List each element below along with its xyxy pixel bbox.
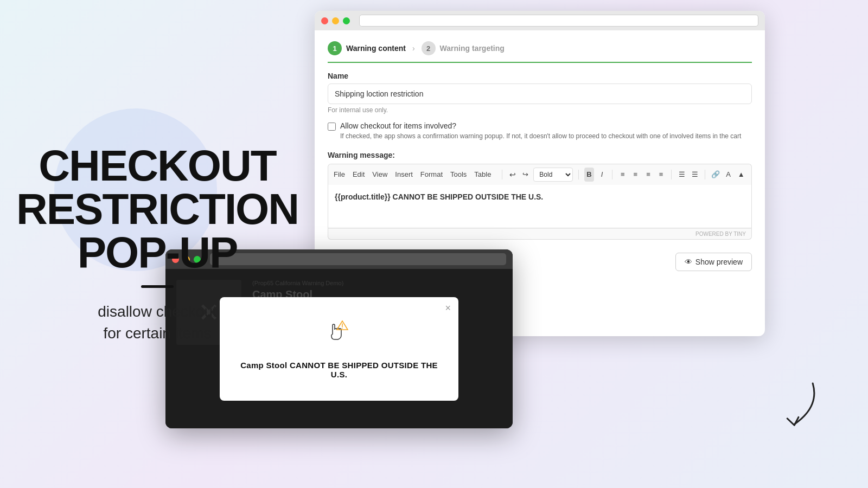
name-input[interactable]	[328, 84, 752, 104]
list-number-button[interactable]: ☰	[690, 168, 700, 182]
show-preview-button[interactable]: 👁 Show preview	[675, 253, 752, 271]
steps-row: 1 Warning content › 2 Warning targeting	[328, 41, 752, 63]
link-button[interactable]: 🔗	[711, 168, 720, 182]
list-bullet-button[interactable]: ☰	[677, 168, 687, 182]
step-2-badge[interactable]: 2	[422, 41, 436, 55]
step-1-label: Warning content	[346, 44, 406, 53]
step-1-number: 1	[333, 44, 336, 53]
menu-table[interactable]: Table	[474, 170, 491, 178]
align-justify-button[interactable]: ≡	[656, 168, 666, 182]
browser-dot-yellow[interactable]	[332, 17, 339, 24]
allow-checkout-desc: If checked, the app shows a confirmation…	[340, 132, 741, 141]
main-browser-titlebar	[315, 11, 765, 30]
step-1-badge[interactable]: 1	[328, 41, 342, 55]
menu-format[interactable]: Format	[420, 170, 443, 178]
browser-dot-red[interactable]	[321, 17, 328, 24]
title-line1: CHECKOUT	[39, 142, 276, 190]
name-field-hint: For internal use only.	[328, 106, 752, 114]
name-field-label: Name	[328, 72, 752, 80]
title-line2: RESTRICTION	[16, 185, 298, 233]
font-style-select[interactable]: Bold Normal Italic	[533, 168, 573, 182]
italic-button[interactable]: I	[597, 168, 607, 182]
browser-urlbar[interactable]	[359, 15, 758, 27]
show-preview-label: Show preview	[695, 258, 743, 266]
highlight-button[interactable]: ▲	[736, 168, 746, 182]
step-chevron: ›	[412, 44, 415, 53]
allow-checkout-checkbox[interactable]	[328, 123, 336, 131]
toolbar-divider-1	[502, 170, 502, 179]
subtitle: disallow checkoutfor certain items	[16, 301, 298, 343]
text-color-button[interactable]: A	[724, 168, 733, 182]
toolbar-divider-3	[612, 170, 612, 179]
editor-footer: POWERED BY TINY	[328, 228, 752, 240]
editor-body[interactable]: {{product.title}} CANNOT BE SHIPPED OUTS…	[328, 185, 752, 228]
redo-button[interactable]: ↪	[521, 168, 531, 182]
left-content: CHECKOUT RESTRICTION POP-UP disallow che…	[16, 144, 298, 343]
bold-button[interactable]: B	[584, 168, 594, 182]
main-title: CHECKOUT RESTRICTION POP-UP	[16, 144, 298, 274]
menu-file[interactable]: File	[334, 170, 345, 178]
align-left-button[interactable]: ≡	[618, 168, 628, 182]
browser-main-content: 1 Warning content › 2 Warning targeting …	[315, 30, 765, 282]
title-line3: POP-UP	[78, 228, 238, 277]
browser-dot-green[interactable]	[343, 17, 350, 24]
modal-warning-text: Camp Stool CANNOT BE SHIPPED OUTSIDE THE…	[236, 361, 442, 379]
editor-menu: File Edit View Insert Format Tools Table	[334, 170, 491, 178]
editor-toolbar: File Edit View Insert Format Tools Table…	[328, 164, 752, 185]
step-2-label: Warning targeting	[440, 44, 505, 53]
powered-by-label: POWERED BY TINY	[695, 231, 746, 237]
menu-tools[interactable]: Tools	[450, 170, 467, 178]
align-right-button[interactable]: ≡	[643, 168, 653, 182]
menu-edit[interactable]: Edit	[353, 170, 365, 178]
menu-insert[interactable]: Insert	[395, 170, 413, 178]
allow-checkout-checkbox-row: Allow checkout for items involved? If ch…	[328, 121, 752, 141]
close-icon: ×	[445, 303, 451, 313]
title-divider	[141, 285, 174, 288]
modal-close-button[interactable]: ×	[445, 303, 451, 314]
arrow-decoration	[754, 364, 831, 450]
eye-icon: 👁	[685, 258, 692, 266]
toolbar-divider-4	[671, 170, 672, 179]
warning-message-label: Warning message:	[328, 151, 752, 159]
undo-button[interactable]: ↩	[508, 168, 518, 182]
editor-content: {{product.title}} CANNOT BE SHIPPED OUTS…	[335, 192, 543, 201]
allow-checkout-label: Allow checkout for items involved?	[340, 121, 741, 130]
align-center-button[interactable]: ≡	[631, 168, 641, 182]
step-2-number: 2	[426, 44, 430, 53]
toolbar-divider-5	[705, 170, 705, 179]
svg-point-1	[342, 328, 343, 329]
toolbar-divider-2	[578, 170, 579, 179]
menu-view[interactable]: View	[372, 170, 387, 178]
